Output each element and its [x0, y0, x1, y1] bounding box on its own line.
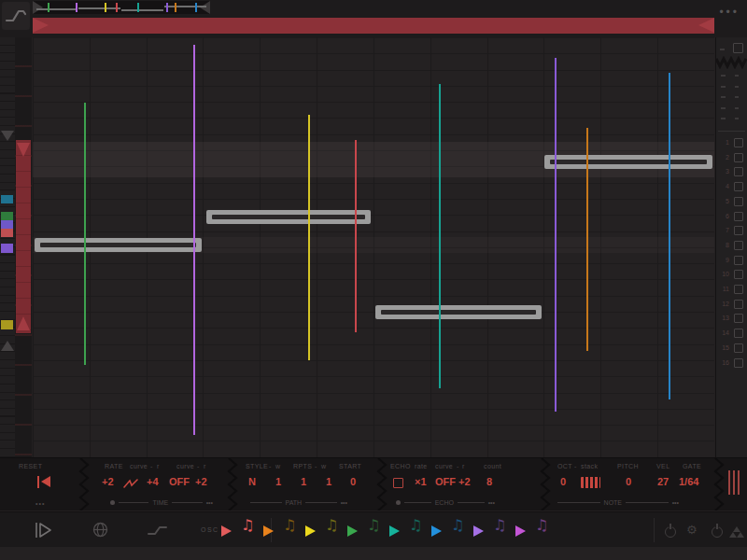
range-end-arrow-icon[interactable] [698, 18, 714, 33]
curve-mode-icon[interactable] [147, 524, 169, 537]
voice-play-button[interactable] [473, 525, 484, 537]
vel-value[interactable]: 27 [657, 476, 669, 487]
voice-play-button[interactable] [347, 525, 358, 537]
voice-play-button[interactable] [431, 525, 442, 537]
pitch-line[interactable] [355, 140, 357, 332]
path-value-1[interactable]: 1 [275, 476, 281, 487]
slot-checkbox[interactable] [733, 43, 743, 53]
keyboard-strip[interactable] [0, 37, 15, 457]
time-menu-button[interactable]: ••• [206, 499, 213, 506]
header-menu-button[interactable]: ••• [719, 6, 740, 19]
pitch-line[interactable] [669, 73, 670, 399]
time-curve-icon[interactable] [123, 477, 140, 490]
range-bottom-handle-icon[interactable] [17, 316, 30, 330]
app-logo[interactable] [2, 2, 30, 30]
slot-checkbox[interactable] [734, 256, 743, 265]
range-start-arrow-icon[interactable] [33, 18, 49, 33]
pitch-line[interactable] [193, 45, 195, 435]
rpts-value[interactable]: 1 [301, 476, 306, 487]
start-value[interactable]: 0 [350, 476, 356, 487]
echo-knob-icon[interactable] [396, 500, 401, 505]
slot-checkbox[interactable] [734, 285, 743, 294]
pitch-line[interactable] [586, 128, 588, 351]
pitch-line[interactable] [439, 84, 441, 388]
slot-checkbox[interactable] [734, 314, 743, 323]
voice-note-icon[interactable]: ♫ [241, 518, 254, 533]
range-top-handle-icon[interactable] [17, 143, 30, 157]
note-menu-button[interactable]: ••• [672, 499, 679, 506]
echo-curve-off-value[interactable]: OFF [435, 476, 456, 487]
time-knob-icon[interactable] [110, 500, 115, 505]
osc-label[interactable]: OSC [201, 526, 219, 533]
slot-checkbox[interactable] [734, 343, 743, 353]
voice-note-icon[interactable]: ♫ [451, 518, 464, 533]
slot-checkbox[interactable] [734, 167, 743, 176]
note-bar[interactable] [206, 210, 371, 224]
voice-note-icon[interactable]: ♫ [367, 518, 380, 533]
scroll-up-indicator-icon[interactable] [1, 131, 14, 141]
slot-checkbox[interactable] [734, 182, 743, 191]
echo-enable-checkbox[interactable] [393, 478, 403, 488]
echo-menu-button[interactable]: ••• [488, 499, 495, 506]
pitch-line[interactable] [308, 115, 310, 360]
echo-rate-value[interactable]: ×1 [415, 476, 427, 487]
reset-menu-button[interactable]: ••• [35, 500, 45, 507]
pitch-line[interactable] [84, 103, 86, 365]
gate-value[interactable]: 1/64 [679, 476, 698, 487]
note-bar[interactable] [544, 155, 712, 169]
voice-play-button[interactable] [305, 525, 316, 537]
slot-number: 6 [716, 213, 729, 219]
voice-note-icon[interactable]: ♫ [325, 518, 338, 533]
pattern-minimap[interactable] [33, 1, 210, 14]
minimap-right-handle[interactable] [200, 1, 210, 14]
power-button-2[interactable] [712, 526, 723, 538]
path-value-3[interactable]: 1 [326, 476, 331, 487]
rate-value[interactable]: +2 [102, 476, 114, 487]
scroll-down-indicator-icon[interactable] [1, 341, 14, 351]
pitch-value[interactable]: 0 [626, 476, 631, 487]
slot-checkbox[interactable] [734, 153, 743, 162]
voice-play-button[interactable] [263, 525, 274, 537]
panel-grip-handle[interactable] [728, 470, 740, 495]
voice-note-icon[interactable]: ♫ [493, 518, 506, 533]
step-grid[interactable] [33, 37, 714, 457]
slot-checkbox[interactable] [734, 241, 743, 250]
triangle-cluster-icon[interactable] [729, 526, 744, 538]
note-bar[interactable] [35, 238, 202, 252]
oct-value[interactable]: 0 [560, 476, 566, 487]
note-bar[interactable] [375, 305, 542, 319]
voice-note-icon[interactable]: ♫ [535, 518, 548, 533]
echo-curve-r-value[interactable]: +2 [458, 476, 471, 487]
voice-note-icon[interactable]: ♫ [283, 518, 296, 533]
style-value[interactable]: N [248, 476, 256, 487]
slot-checkbox[interactable] [734, 226, 743, 235]
playback-range-bar[interactable] [33, 18, 714, 34]
stack-icon[interactable] [581, 477, 600, 488]
pitch-line[interactable] [555, 58, 557, 412]
voice-play-button[interactable] [515, 525, 526, 537]
play-button[interactable] [34, 521, 54, 539]
gear-icon[interactable]: ⚙ [686, 523, 698, 537]
slot-checkbox[interactable] [734, 197, 743, 206]
pattern-slot-panel: 12345678910111213141516 [715, 37, 747, 457]
voice-note-icon[interactable]: ♫ [409, 518, 422, 533]
slot-checkbox[interactable] [734, 212, 743, 221]
slot-checkbox[interactable] [734, 329, 743, 338]
minimap-left-handle[interactable] [33, 1, 43, 14]
time-curve1-value[interactable]: +4 [147, 476, 159, 487]
slot-checkbox[interactable] [734, 358, 743, 368]
voice-play-button[interactable] [221, 525, 232, 537]
time-curve2-r-value[interactable]: +2 [195, 476, 207, 487]
echo-count-value[interactable]: 8 [486, 476, 492, 487]
power-button[interactable] [665, 526, 676, 538]
globe-icon[interactable] [92, 522, 108, 538]
voice-play-button[interactable] [389, 525, 400, 537]
r-label: r [157, 463, 160, 469]
slot-checkbox[interactable] [734, 300, 743, 309]
path-menu-button[interactable]: ••• [341, 499, 347, 506]
time-curve2-off-value[interactable]: OFF [169, 476, 190, 487]
slot-checkbox[interactable] [734, 270, 743, 279]
slot-checkbox[interactable] [734, 138, 743, 147]
reset-button[interactable] [37, 476, 52, 488]
pitch-range-selector[interactable] [16, 140, 31, 333]
